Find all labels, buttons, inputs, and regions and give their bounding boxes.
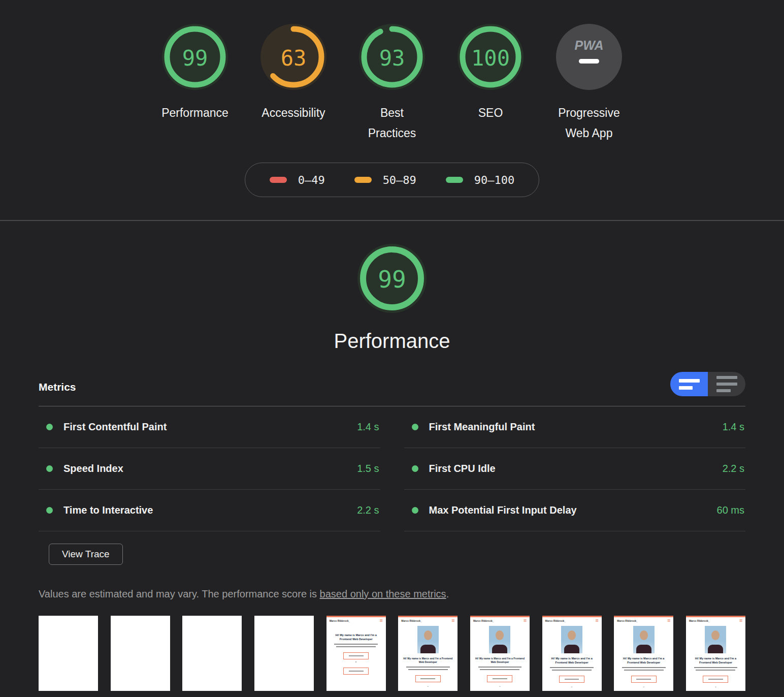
performance-section-title: Performance	[0, 330, 784, 353]
compact-view-button[interactable]	[670, 372, 708, 396]
detailed-view-icon	[716, 376, 737, 379]
score-gauge[interactable]: 93	[358, 23, 426, 90]
filmstrip-frame-blank	[182, 616, 242, 691]
compact-view-icon	[679, 386, 693, 390]
category-performance[interactable]: 99Performance	[146, 23, 244, 123]
category-best-practices[interactable]: 93Best Practices	[343, 23, 441, 143]
gauge-score: 99	[378, 266, 406, 293]
hamburger-icon: ☰	[739, 619, 742, 622]
category-label: Performance	[159, 103, 231, 123]
metrics-column: First Contentful Paint 1.4 s Speed Index…	[39, 406, 380, 531]
thumb-site-name: Marco Ribbrock_	[545, 619, 566, 622]
metric-value: 1.5 s	[357, 463, 380, 474]
category-seo[interactable]: 100SEO	[441, 23, 540, 123]
metric-row: First CPU Idle 2.2 s	[404, 448, 746, 490]
filmstrip-frame: Marco Ribbrock_ ☰ Hi! My name is Marco a…	[326, 616, 386, 691]
metrics-grid: First Contentful Paint 1.4 s Speed Index…	[39, 406, 745, 531]
performance-section-header: 99 Performance	[0, 221, 784, 353]
filmstrip-frame: Marco Ribbrock_ ☰ Hi! My name is Marco a…	[470, 616, 530, 691]
thumb-heading: Hi! My name is Marco and I'm a Frontend …	[470, 657, 530, 664]
thumb-heading: Hi! My name is Marco and I'm a Frontend …	[686, 657, 745, 664]
pass-dot-icon	[46, 424, 53, 430]
detailed-view-icon	[716, 389, 731, 392]
metric-value: 1.4 s	[357, 421, 380, 433]
score-legend-wrap: 0–49 50–89 90–100	[0, 163, 784, 197]
score-gauge[interactable]: 100	[457, 23, 524, 90]
metric-row: Speed Index 1.5 s	[39, 448, 380, 490]
score-gauge[interactable]: 63	[260, 23, 327, 90]
thumb-heading: Hi! My name is Marco and I'm a Frontend …	[614, 657, 673, 664]
thumb-button	[487, 675, 512, 682]
legend-item: 0–49	[270, 174, 325, 186]
legend-item: 50–89	[354, 174, 416, 186]
hamburger-icon: ☰	[524, 619, 527, 622]
thumb-heading: Hi! My name is Marco and I'm a Frontend …	[542, 657, 602, 664]
metrics-section: Metrics First Contentful Paint 1.4 s Spe…	[39, 372, 745, 691]
category-label: Accessibility	[258, 103, 329, 123]
category-accessibility[interactable]: 63Accessibility	[244, 23, 343, 123]
pwa-letters: PWA	[575, 38, 604, 52]
view-trace-button[interactable]: View Trace	[49, 544, 123, 565]
thumb-heading: Hi! My name is Marco and I'm a Frontend …	[326, 633, 386, 641]
category-progressive-web-app[interactable]: PWA Progressive Web App	[540, 23, 638, 143]
legend-range: 90–100	[474, 174, 514, 186]
legend-swatch-icon	[270, 177, 287, 183]
pass-dot-icon	[46, 465, 53, 472]
compact-view-icon	[679, 379, 700, 383]
metric-row: First Meaningful Paint 1.4 s	[404, 406, 746, 448]
detailed-view-button[interactable]	[708, 372, 745, 396]
thumb-caret-icon: ⌄	[398, 684, 458, 687]
gauge-score: 100	[471, 46, 510, 71]
metrics-calculator-link[interactable]: based only on these metrics	[320, 588, 446, 599]
gauge-score: 63	[281, 46, 307, 71]
filmstrip-frame: Marco Ribbrock_ ☰ Hi! My name is Marco a…	[614, 616, 673, 691]
filmstrip-frame-blank	[39, 616, 98, 691]
pass-dot-icon	[412, 507, 418, 514]
hamburger-icon: ☰	[451, 619, 454, 622]
thumb-paragraph	[548, 667, 596, 671]
thumb-header: Marco Ribbrock_ ☰	[686, 617, 745, 622]
score-gauge[interactable]: 99	[357, 243, 427, 313]
thumb-header: Marco Ribbrock_ ☰	[614, 617, 673, 622]
pwa-circle	[556, 24, 622, 90]
thumb-button	[703, 676, 728, 683]
metric-row: Max Potential First Input Delay 60 ms	[404, 490, 746, 531]
thumb-caret-icon: ⌄	[470, 684, 530, 687]
legend-range: 0–49	[298, 174, 325, 186]
thumb-header: Marco Ribbrock_ ☰	[542, 617, 602, 622]
pwa-badge-icon[interactable]: PWA	[556, 23, 623, 90]
thumb-button	[343, 652, 369, 659]
metrics-header: Metrics	[39, 372, 745, 406]
thumb-header: Marco Ribbrock_ ☰	[398, 617, 458, 622]
thumb-portrait-photo	[489, 626, 510, 653]
hamburger-icon: ☰	[379, 619, 382, 622]
thumb-paragraph	[692, 667, 739, 671]
thumb-paragraph	[620, 667, 667, 671]
thumb-button	[415, 675, 441, 682]
thumb-header: Marco Ribbrock_ ☰	[326, 617, 386, 622]
gauge-score: 93	[379, 46, 405, 71]
detailed-view-icon	[716, 383, 737, 386]
legend-item: 90–100	[446, 174, 514, 186]
pass-dot-icon	[46, 507, 53, 514]
metric-value: 2.2 s	[723, 463, 745, 474]
score-gauge[interactable]: 99	[161, 23, 228, 90]
thumb-heading: Hi! My name is Marco and I'm a Frontend …	[398, 657, 458, 664]
metrics-column: First Meaningful Paint 1.4 s First CPU I…	[404, 406, 746, 531]
thumb-caret-icon: ⌄	[686, 685, 745, 688]
thumb-button	[559, 676, 584, 683]
metric-value: 2.2 s	[357, 504, 380, 516]
category-gauges-row: 99Performance 63Accessibility 93Best Pra…	[0, 23, 784, 143]
thumb-site-name: Marco Ribbrock_	[617, 619, 638, 622]
metric-row: First Contentful Paint 1.4 s	[39, 406, 380, 448]
thumb-site-name: Marco Ribbrock_	[473, 619, 494, 622]
thumb-site-name: Marco Ribbrock_	[330, 619, 350, 622]
performance-gauge-wrap: 99	[0, 243, 784, 315]
metric-name: Max Potential First Input Delay	[429, 504, 577, 516]
estimate-footnote: Values are estimated and may vary. The p…	[39, 588, 745, 600]
pwa-dash	[579, 59, 599, 64]
footnote-period: .	[446, 588, 449, 599]
thumb-site-name: Marco Ribbrock_	[401, 619, 422, 622]
thumb-portrait-photo	[561, 626, 582, 653]
filmstrip: Marco Ribbrock_ ☰ Hi! My name is Marco a…	[39, 616, 745, 691]
